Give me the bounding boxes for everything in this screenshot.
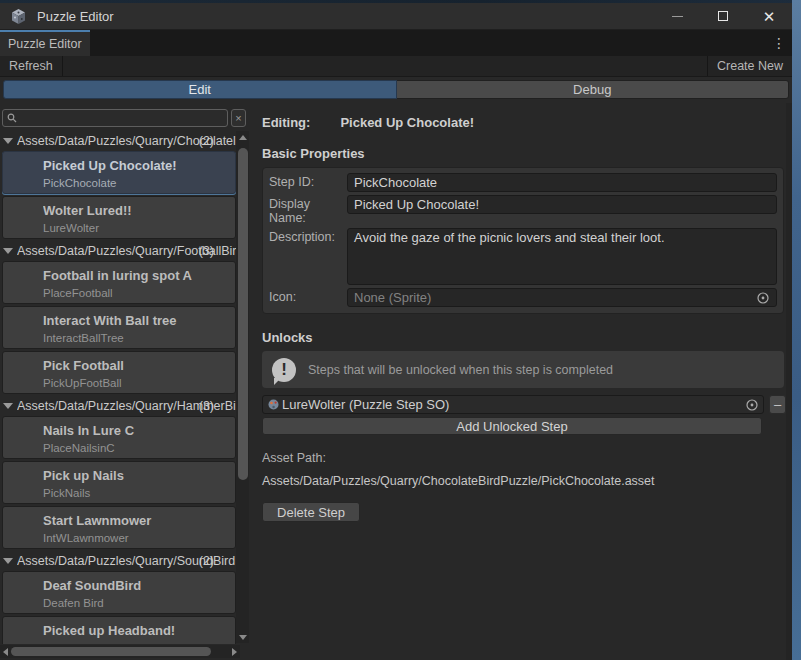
editing-header: Editing: Picked Up Chocolate! — [262, 115, 786, 130]
step-item-title: Wolter Lured!! — [43, 202, 231, 219]
description-input[interactable]: Avoid the gaze of the picnic lovers and … — [347, 228, 777, 285]
basic-properties-box: Step ID: PickChocolate Display Name: Pic… — [262, 167, 784, 314]
step-item-title: Deaf SoundBird — [43, 577, 231, 594]
step-item-id: LureWolter — [43, 222, 231, 234]
step-list-item[interactable]: Pick up NailsPickNails — [2, 461, 236, 504]
left-arrow-icon[interactable] — [3, 648, 8, 656]
foldout-open-icon — [3, 558, 13, 564]
step-item-title: Picked Up Chocolate! — [43, 157, 231, 174]
step-list-item[interactable]: Wolter Lured!!LureWolter — [2, 196, 236, 239]
step-list-item[interactable]: Pick FootballPickUpFootBall — [2, 351, 236, 394]
refresh-button[interactable]: Refresh — [0, 56, 62, 76]
step-item-title: Pick Football — [43, 357, 231, 374]
search-input[interactable] — [2, 109, 228, 127]
debug-tab-label: Debug — [573, 82, 611, 97]
search-clear-button[interactable]: × — [231, 109, 246, 127]
minus-icon: – — [774, 397, 781, 412]
unlocks-help-box: ! Steps that will be unlocked when this … — [262, 351, 784, 388]
object-picker-icon[interactable] — [756, 291, 770, 305]
step-item-title: Interact With Ball tree — [43, 312, 231, 329]
create-new-label: Create New — [717, 59, 783, 73]
minimize-icon — [672, 16, 683, 17]
add-unlocked-step-button[interactable]: Add Unlocked Step — [262, 417, 762, 435]
step-item-id: Deafen Bird — [43, 597, 231, 609]
display-name-input[interactable]: Picked Up Chocolate! — [347, 195, 777, 214]
group-header[interactable]: Assets/Data/Puzzles/Quarry/HammerBi(3) — [0, 396, 236, 416]
group-count-badge: (3) — [199, 244, 214, 258]
clear-icon: × — [235, 112, 241, 124]
step-id-row: Step ID: PickChocolate — [269, 173, 777, 192]
foldout-open-icon — [3, 403, 13, 409]
step-item-title: Picked up Headband! — [43, 622, 231, 639]
unlocked-step-object-field[interactable]: LureWolter (Puzzle Step SO) — [262, 395, 764, 414]
mode-tab-bar: Edit Debug — [0, 77, 792, 100]
exclamation-glyph: ! — [281, 360, 287, 380]
create-new-button[interactable]: Create New — [708, 56, 792, 76]
step-list-item[interactable]: Picked Up Chocolate!PickChocolate — [2, 151, 236, 194]
delete-step-label: Delete Step — [277, 505, 345, 520]
refresh-label: Refresh — [9, 59, 53, 73]
step-item-id: PickNails — [43, 487, 231, 499]
step-list-item[interactable]: Start LawnmowerIntWLawnmower — [2, 506, 236, 549]
toolbar-separator — [62, 56, 63, 76]
scriptable-object-icon — [267, 398, 280, 411]
close-button[interactable]: ✕ — [746, 3, 792, 29]
editing-value: Picked Up Chocolate! — [340, 115, 474, 130]
group-count-badge: (2) — [199, 554, 214, 568]
icon-object-field[interactable]: None (Sprite) — [347, 288, 777, 307]
step-list-item[interactable]: Football in luring spot APlaceFootball — [2, 261, 236, 304]
scroll-down-button[interactable] — [236, 631, 249, 643]
step-item-id: IntWLawnmower — [43, 532, 231, 544]
group-count-badge: (2) — [199, 134, 214, 148]
icon-label: Icon: — [269, 288, 347, 307]
foldout-open-icon — [3, 248, 13, 254]
step-editor-panel: Editing: Picked Up Chocolate! Basic Prop… — [250, 103, 792, 660]
window-controls: ✕ — [654, 3, 792, 29]
unlocked-step-name: LureWolter (Puzzle Step SO) — [282, 397, 745, 412]
step-list-item[interactable]: Picked up Headband! — [2, 616, 236, 644]
down-arrow-icon — [239, 635, 247, 640]
remove-unlocked-step-button[interactable]: – — [769, 395, 786, 414]
maximize-icon — [718, 11, 728, 21]
close-icon: ✕ — [763, 9, 776, 24]
title-bar[interactable]: Puzzle Editor ✕ — [0, 3, 792, 30]
kebab-icon: ⋮ — [772, 35, 786, 51]
step-id-label: Step ID: — [269, 173, 347, 192]
step-item-title: Nails In Lure C — [43, 422, 231, 439]
step-item-title: Start Lawnmower — [43, 512, 231, 529]
vertical-scroll-thumb[interactable] — [238, 148, 248, 480]
group-header[interactable]: Assets/Data/Puzzles/Quarry/SoundBird(2) — [0, 551, 236, 571]
editing-label: Editing: — [262, 115, 310, 130]
scroll-up-button[interactable] — [236, 131, 249, 143]
step-item-title: Football in luring spot A — [43, 267, 231, 284]
step-list-item[interactable]: Interact With Ball treeInteractBallTree — [2, 306, 236, 349]
list-horizontal-scrollbar[interactable] — [0, 645, 240, 658]
edit-tab-label: Edit — [189, 82, 211, 97]
description-row: Description: Avoid the gaze of the picni… — [269, 228, 777, 285]
object-picker-icon[interactable] — [745, 398, 759, 412]
step-item-id: InteractBallTree — [43, 332, 231, 344]
step-item-title: Pick up Nails — [43, 467, 231, 484]
description-label: Description: — [269, 228, 347, 285]
step-list-item[interactable]: Nails In Lure CPlaceNailsinC — [2, 416, 236, 459]
minimize-button[interactable] — [654, 3, 700, 29]
tab-debug[interactable]: Debug — [397, 80, 790, 99]
delete-step-button[interactable]: Delete Step — [262, 502, 360, 522]
group-header[interactable]: Assets/Data/Puzzles/Quarry/FootballBir(3… — [0, 241, 236, 261]
step-item-id: PickUpFootBall — [43, 377, 231, 389]
tab-menu-button[interactable]: ⋮ — [770, 30, 788, 56]
tab-edit[interactable]: Edit — [3, 80, 397, 99]
search-icon — [7, 113, 17, 123]
list-vertical-scrollbar[interactable] — [236, 131, 249, 643]
step-id-input[interactable]: PickChocolate — [347, 173, 777, 192]
horizontal-scroll-thumb[interactable] — [11, 647, 211, 656]
step-item-id: PickChocolate — [43, 177, 231, 189]
step-list-item[interactable]: Deaf SoundBirdDeafen Bird — [2, 571, 236, 614]
tab-label: Puzzle Editor — [8, 37, 82, 51]
maximize-button[interactable] — [700, 3, 746, 29]
puzzle-list: Assets/Data/Puzzles/Quarry/Chocolatel(2)… — [0, 131, 236, 644]
step-item-id: PlaceFootball — [43, 287, 231, 299]
group-header[interactable]: Assets/Data/Puzzles/Quarry/Chocolatel(2) — [0, 131, 236, 151]
tab-puzzle-editor[interactable]: Puzzle Editor — [0, 30, 90, 56]
right-arrow-icon[interactable] — [232, 648, 237, 656]
